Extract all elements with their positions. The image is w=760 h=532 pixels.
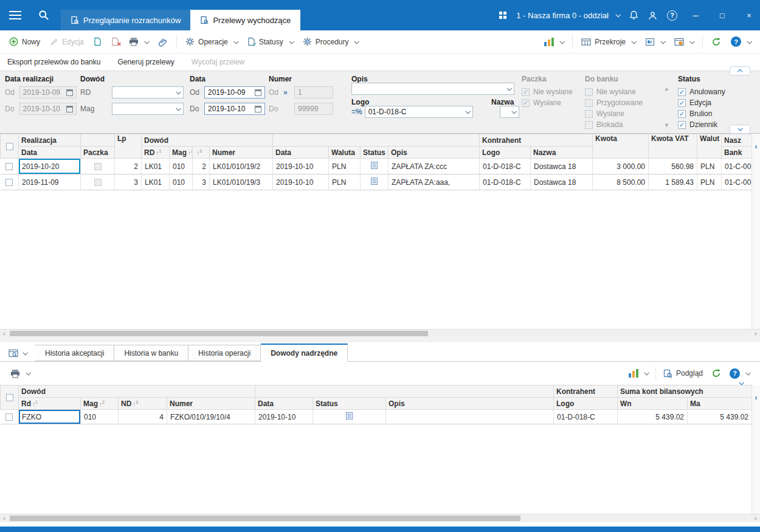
table-row[interactable]: 2019-10-20 2 LK01 010 2 LK01/010/19/2 20… <box>1 159 752 174</box>
column-header-mag[interactable]: Mag↑2 <box>170 147 193 159</box>
tab-historia-operacji[interactable]: Historia operacji <box>188 345 261 361</box>
procedures-dropdown[interactable]: Procedury <box>299 35 363 49</box>
cell-lp[interactable]: 2 <box>115 159 142 174</box>
cell-numer[interactable]: LK01/010/19/3 <box>210 174 273 190</box>
group-header-dowod[interactable]: Dowód <box>19 385 255 398</box>
tab-historia-w-banku[interactable]: Historia w banku <box>114 345 188 361</box>
help-icon[interactable]: ? <box>667 10 677 21</box>
withdraw-transfer-button[interactable]: Wycofaj przelew <box>192 58 244 66</box>
table-row[interactable]: FZKO 010 4 FZKO/010/19/10/4 2019-10-10 0… <box>1 410 752 424</box>
calendar-icon[interactable] <box>255 106 261 112</box>
cell-realizacja-data[interactable]: 2019-10-20 <box>19 159 81 174</box>
column-header-rd[interactable]: RD↑1 <box>142 147 170 159</box>
scroll-up-icon[interactable]: ▲ <box>664 86 669 92</box>
expand-filters-button[interactable] <box>730 125 750 134</box>
collapse-side-panel-handle[interactable]: ‹ <box>751 134 760 329</box>
dowod-rd-select[interactable] <box>112 86 184 98</box>
column-header-status[interactable]: Status <box>361 147 389 159</box>
column-header-opis[interactable]: Opis <box>386 398 554 410</box>
column-header-lp[interactable]: Lp <box>115 134 142 159</box>
calendar-icon[interactable] <box>66 89 73 96</box>
calendar-icon[interactable] <box>66 106 73 112</box>
cell-mag[interactable]: 010 <box>170 174 193 190</box>
cell-logo[interactable]: 01-D-018-C <box>480 174 531 190</box>
cell-lp[interactable]: 3 <box>115 174 142 190</box>
column-header-mag[interactable]: Mag↑2 <box>81 398 119 410</box>
row-select-checkbox[interactable] <box>1 410 19 424</box>
scroll-left-icon[interactable]: ‹ <box>0 514 9 522</box>
column-header-numer[interactable]: Numer <box>167 398 255 410</box>
cell-walut[interactable]: PLN <box>697 159 722 174</box>
select-all-checkbox[interactable] <box>1 134 19 159</box>
column-header-nd[interactable]: ↑3 <box>193 147 210 159</box>
cell-opis[interactable] <box>386 410 554 424</box>
cell-wn[interactable]: 5 439.02 <box>618 410 688 424</box>
cell-nd[interactable]: 3 <box>193 174 210 190</box>
scroll-right-icon[interactable]: › <box>751 330 760 337</box>
cell-realizacja-data[interactable]: 2019-11-09 <box>19 174 81 190</box>
cell-opis[interactable]: ZAPŁATA ZA:aaa, <box>389 174 480 190</box>
cell-logo[interactable]: 01-D-018-C <box>480 159 531 174</box>
checkbox-status-dziennik[interactable]: ✓ Dziennik <box>678 119 717 130</box>
collapse-bottom-panel-button[interactable] <box>730 378 750 387</box>
checkbox-status-brulion[interactable]: ✓ Brulion <box>678 108 712 119</box>
panel-menu-button[interactable] <box>4 345 32 361</box>
cell-paczka-checkbox[interactable] <box>81 174 115 190</box>
column-header-nd[interactable]: ND↑3 <box>119 398 167 410</box>
cell-status-document-icon[interactable] <box>361 174 389 190</box>
attachment-button[interactable] <box>154 35 172 49</box>
company-selector[interactable]: 1 - Nasza firma 0 - oddział <box>516 11 620 20</box>
column-header-logo[interactable]: Logo <box>480 147 531 159</box>
cell-kwota-vat[interactable]: 560.98 <box>649 159 697 174</box>
cell-numer[interactable]: LK01/010/19/2 <box>210 159 273 174</box>
column-header-nazwa[interactable]: Nazwa <box>531 147 593 159</box>
cell-mag[interactable]: 010 <box>170 159 193 174</box>
export-transfers-button[interactable]: Eksport przelewów do banku <box>7 58 100 66</box>
data-realizacji-od-input[interactable]: 2019-10-09 <box>19 86 77 98</box>
select-all-checkbox[interactable] <box>1 385 19 410</box>
generate-transfers-button[interactable]: Generuj przelewy <box>117 58 174 66</box>
column-header-waluta[interactable]: Waluta <box>329 147 361 159</box>
cell-rd[interactable]: LK01 <box>142 174 170 190</box>
checkbox-status-edycja[interactable]: ✓ Edycja <box>678 97 711 108</box>
cell-numer[interactable]: FZKO/010/19/10/4 <box>167 410 255 424</box>
maximize-button[interactable]: □ <box>714 7 731 24</box>
scrollbar-thumb[interactable] <box>10 331 428 336</box>
cell-data[interactable]: 2019-10-10 <box>273 159 329 174</box>
checkbox-paczka-wyslane[interactable]: ✓ Wysłane <box>522 97 561 108</box>
cell-paczka-checkbox[interactable] <box>81 159 115 174</box>
data-od-input[interactable]: 2019-10-09 <box>204 86 265 98</box>
view-chart-dropdown[interactable] <box>540 35 568 49</box>
column-header-paczka[interactable]: Paczka <box>81 147 115 159</box>
scroll-right-icon[interactable]: › <box>751 514 760 522</box>
cell-nd[interactable]: 2 <box>193 159 210 174</box>
column-header-realizacja-data[interactable]: Data <box>19 147 81 159</box>
column-header-numer[interactable]: Numer <box>210 147 273 159</box>
notifications-bell-icon[interactable] <box>629 10 638 20</box>
logo-operator-icon[interactable]: =% <box>351 108 362 116</box>
tab-przegladanie-rozrachunkow[interactable]: Przeglądanie rozrachunków <box>61 10 190 30</box>
apps-grid-icon[interactable] <box>499 12 506 19</box>
help-dropdown[interactable]: ? <box>727 34 755 49</box>
refresh-button[interactable] <box>707 35 725 49</box>
checkbox-dobanku-blokada[interactable]: Blokada <box>585 119 623 130</box>
user-icon[interactable] <box>648 11 657 20</box>
data-realizacji-do-input[interactable]: 2019-10-10 <box>19 103 77 115</box>
scroll-down-icon[interactable]: ▼ <box>664 122 669 128</box>
checkbox-dobanku-nie-wyslane[interactable]: Nie wysłane <box>585 86 636 97</box>
dowod-mag-select[interactable] <box>112 103 184 115</box>
calendar-icon[interactable] <box>255 89 261 96</box>
numer-od-input[interactable]: 1 <box>294 86 333 98</box>
edit-button[interactable]: Edycja <box>46 35 88 49</box>
group-header-realizacja[interactable]: Realizacja <box>19 134 81 147</box>
collapse-filters-button[interactable] <box>730 66 750 75</box>
cell-rd[interactable]: FZKO <box>19 410 81 424</box>
logo-select[interactable]: 01-D-018-C <box>365 106 473 118</box>
cell-bank[interactable]: 01-C-00 <box>722 174 752 190</box>
panel-splitter[interactable] <box>0 337 760 342</box>
print-button[interactable] <box>125 35 153 49</box>
operations-dropdown[interactable]: Operacje <box>181 35 242 49</box>
minimize-button[interactable]: ─ <box>687 7 704 24</box>
checkbox-dobanku-wyslane[interactable]: Wysłane <box>585 108 624 119</box>
nazwa-select[interactable] <box>500 106 519 118</box>
